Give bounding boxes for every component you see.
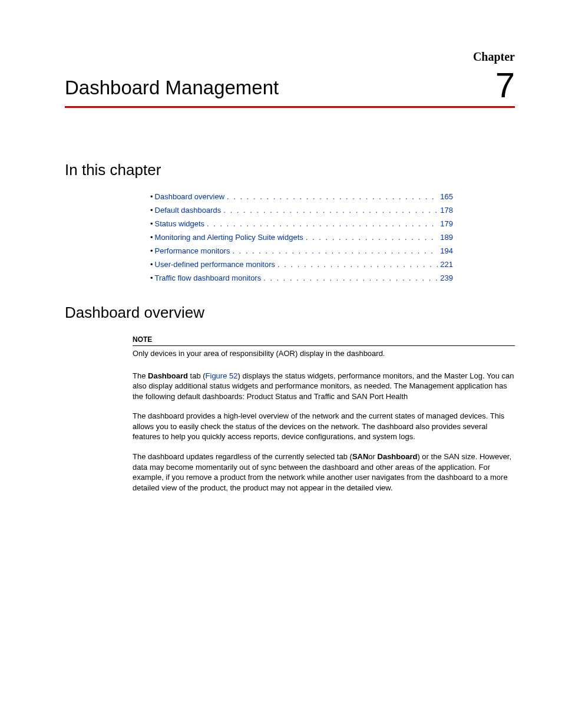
bold-text: Dashboard (148, 371, 188, 380)
bullet-icon: • (150, 219, 153, 228)
toc-page-number[interactable]: 239 (440, 274, 453, 282)
toc-leader-dots: . . . . . . . . . . . . . . . . . . . . … (277, 260, 438, 269)
toc-link-status-widgets[interactable]: Status widgets (155, 219, 205, 228)
bullet-icon: • (150, 206, 153, 215)
text-fragment: or (368, 452, 377, 461)
toc-row: • User-defined performance monitors . . … (150, 260, 453, 269)
toc-page-number[interactable]: 194 (440, 246, 453, 255)
bullet-icon: • (150, 274, 153, 282)
body-paragraph: The Dashboard tab (Figure 52) displays t… (133, 371, 515, 402)
chapter-label: Chapter (473, 50, 515, 64)
toc-row: • Default dashboards . . . . . . . . . .… (150, 206, 453, 215)
toc-link-performance-monitors[interactable]: Performance monitors (155, 246, 230, 255)
toc-link-default-dashboards[interactable]: Default dashboards (155, 206, 222, 215)
section-heading-in-this-chapter: In this chapter (65, 161, 515, 179)
toc-leader-dots: . . . . . . . . . . . . . . . . . . . . … (207, 219, 438, 228)
toc-link-traffic-flow-dashboard-monitors[interactable]: Traffic flow dashboard monitors (155, 274, 262, 282)
toc-link-dashboard-overview[interactable]: Dashboard overview (155, 192, 225, 201)
toc-page-number[interactable]: 189 (440, 233, 453, 242)
section-heading-dashboard-overview: Dashboard overview (65, 304, 515, 322)
toc-link-user-defined-performance-monitors[interactable]: User-defined performance monitors (155, 260, 275, 269)
chapter-number: 7 (495, 68, 515, 103)
toc-row: • Status widgets . . . . . . . . . . . .… (150, 219, 453, 228)
text-fragment: tab ( (188, 371, 206, 380)
toc-row: • Monitoring and Alerting Policy Suite w… (150, 233, 453, 242)
toc-page-number[interactable]: 179 (440, 219, 453, 228)
note-label: NOTE (133, 335, 515, 344)
table-of-contents: • Dashboard overview . . . . . . . . . .… (150, 192, 453, 282)
toc-link-monitoring-alerting-policy-suite-widgets[interactable]: Monitoring and Alerting Policy Suite wid… (155, 233, 303, 242)
bold-text: SAN (352, 452, 368, 461)
body-paragraph: The dashboard provides a high-level over… (133, 411, 515, 442)
text-fragment: The dashboard updates regardless of the … (133, 452, 352, 461)
note-text: Only devices in your area of responsibil… (133, 348, 515, 359)
toc-leader-dots: . . . . . . . . . . . . . . . . . . . . … (223, 206, 438, 215)
body-paragraph: The dashboard updates regardless of the … (133, 452, 515, 493)
toc-row: • Traffic flow dashboard monitors . . . … (150, 274, 453, 282)
toc-row: • Dashboard overview . . . . . . . . . .… (150, 192, 453, 201)
bold-text: Dashboard (378, 452, 418, 461)
bullet-icon: • (150, 192, 153, 201)
toc-page-number[interactable]: 165 (440, 192, 453, 201)
toc-page-number[interactable]: 221 (440, 260, 453, 269)
bullet-icon: • (150, 260, 153, 269)
toc-leader-dots: . . . . . . . . . . . . . . . . . . . . … (232, 246, 438, 255)
bullet-icon: • (150, 246, 153, 255)
toc-row: • Performance monitors . . . . . . . . .… (150, 246, 453, 255)
title-rule (65, 106, 515, 108)
figure-reference-link[interactable]: Figure 52 (206, 371, 238, 380)
toc-leader-dots: . . . . . . . . . . . . . . . . . . . . … (227, 192, 438, 201)
note-rule (133, 345, 515, 346)
toc-leader-dots: . . . . . . . . . . . . . . . . . . . . … (263, 274, 438, 282)
toc-page-number[interactable]: 178 (440, 206, 453, 215)
toc-leader-dots: . . . . . . . . . . . . . . . . . . . . … (306, 233, 438, 242)
text-fragment: The (133, 371, 148, 380)
bullet-icon: • (150, 233, 153, 242)
page-title: Dashboard Management (65, 77, 515, 99)
